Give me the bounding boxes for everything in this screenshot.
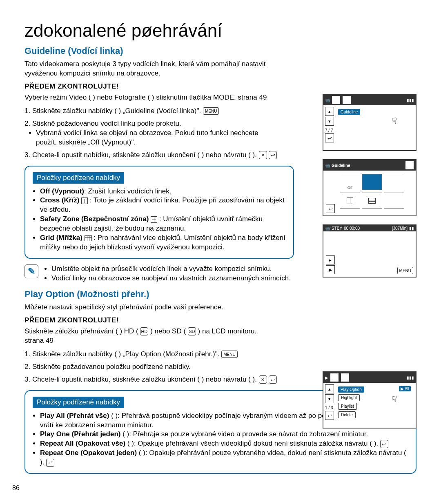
playoption-step-1: 1. Stiskněte záložku nabídky ( ) „Play O… <box>24 350 278 359</box>
option-cross[interactable] <box>362 174 382 190</box>
lcd4-item-playlist[interactable]: Playlist <box>338 403 357 410</box>
play-button[interactable]: ▸ <box>326 255 335 264</box>
playoption-step-3: 3. Chcete-li opustit nabídku, stiskněte … <box>24 375 278 384</box>
guideline-callout: Položky podřízené nabídky Off (Vypnout):… <box>24 166 294 259</box>
playback-button[interactable]: ▶ <box>326 265 335 274</box>
callout-item-grid: Grid (Mřížka) : Pro nahrávání více objek… <box>40 233 286 252</box>
lcd3-status: STBY <box>332 226 342 231</box>
close-icon: ✕ <box>259 375 267 384</box>
battery-icon: ▮▮ <box>409 226 414 231</box>
lcd4-item-highlight[interactable]: Highlight <box>338 394 360 401</box>
precheck-text-2: Stiskněte záložku přehrávání ( ) HD ( HD… <box>24 327 278 346</box>
video-mode-icon: 📹 <box>325 163 330 168</box>
video-mode-icon: 📹 <box>325 98 330 102</box>
safety-zone-icon <box>151 216 157 223</box>
option-extra-2[interactable] <box>384 193 404 209</box>
precheck-text-1: Vyberte režim Video ( ) nebo Fotografie … <box>24 93 278 102</box>
callout-item-safety: Safety Zone (Bezpečnostní zóna) : Umístě… <box>40 215 286 233</box>
guideline-step-1: 1. Stiskněte záložku nabídky ( ) „Guidel… <box>24 107 278 116</box>
menu-button[interactable]: MENU <box>397 267 413 274</box>
grid-thumb-icon <box>368 198 376 204</box>
up-button[interactable]: ▴ <box>325 384 334 393</box>
guideline-step-2: 2. Stiskně požadovanou vodící linku podl… <box>24 119 278 147</box>
lcd1-title[interactable]: Guideline <box>338 109 360 115</box>
video-mode-icon: 📹 <box>325 226 330 231</box>
guideline-sub-1: Vybraná vodicí linka se objeví na obrazo… <box>36 129 278 147</box>
guideline-callout-title: Položky podřízené nabídky <box>33 172 124 184</box>
close-icon: ✕ <box>259 151 267 159</box>
lcd1-count: 7 / 7 <box>325 128 334 133</box>
precheck-label-2: PŘEDEM ZKONTROLUJTE! <box>24 316 416 324</box>
down-button[interactable]: ▾ <box>325 117 334 126</box>
playoption-callout-title: Položky podřízené nabídky <box>33 397 124 408</box>
hand-pointer-icon: ☟ <box>392 394 397 404</box>
option-grid[interactable] <box>340 193 360 209</box>
tip-2: Vodící linky na obrazovce se naobjeví na… <box>51 274 291 283</box>
guideline-intro: Tato videokamera poskytuje 3 typy vodící… <box>24 60 278 78</box>
return-button[interactable]: ⮐ <box>325 411 334 420</box>
menu-tab-icon: ≡ <box>332 95 341 104</box>
tip-1: Umístěte objekt na průsečík vodících lin… <box>51 264 291 274</box>
lcd3-remain: [307Min] <box>392 226 408 231</box>
return-icon: ⮐ <box>269 151 277 159</box>
menu-icon: MENU <box>203 107 219 115</box>
return-icon: ⮐ <box>46 459 54 467</box>
hand-pointer-icon: ☟ <box>392 116 397 126</box>
battery-icon: ▮▮▮ <box>407 98 414 102</box>
return-icon: ⮐ <box>269 375 277 384</box>
note-icon: ✎ <box>24 264 38 278</box>
playoption-heading: Play Option (Možnosti přehr.) <box>24 289 416 300</box>
callout-item-repeatone: Repeat One (Opakovat jeden) ( ): Opakuje… <box>40 448 408 467</box>
hd-icon: HD <box>140 327 148 335</box>
lcd-screen-1: 📹 ≡ ⚙ ▮▮▮ ▴ ▾ 7 / 7 ⮐ Guideline ☟ <box>323 94 416 151</box>
up-button[interactable]: ▴ <box>325 107 334 116</box>
close-button[interactable]: ✕ <box>405 161 414 170</box>
guideline-step-3: 3. Chcete-li opustit nabídku, stiskněte … <box>24 151 278 160</box>
down-button[interactable]: ▾ <box>325 394 334 403</box>
lcd-screen-3: 📹 STBY 00:00:00 [307Min] ▮▮ ▸ ▶ MENU <box>323 224 416 278</box>
playback-mode-icon: ▶ <box>325 375 328 380</box>
settings-tab-icon: ⚙ <box>342 95 351 104</box>
option-extra-1[interactable] <box>362 193 382 209</box>
lcd-screen-4: ▶ ≡ ⚙ ▮▮▮ ▴ ▾ 1 / 3 ⮐ Play Option ▶ All … <box>323 371 416 429</box>
settings-tab-icon: ⚙ <box>341 373 350 382</box>
callout-item-repeatall: Repeat All (Opakovat vše) ( ): Opakuje p… <box>40 439 408 448</box>
return-icon: ⮐ <box>380 440 388 448</box>
callout-item-playone: Play One (Přehrát jeden) ( ): Přehraje s… <box>40 430 408 439</box>
battery-icon: ▮▮▮ <box>407 375 414 380</box>
return-button[interactable]: ⮐ <box>326 204 335 213</box>
option-safety[interactable] <box>384 174 404 190</box>
option-off[interactable]: Off <box>340 174 360 190</box>
playoption-intro: Můžete nastavit specifický styl přehrává… <box>24 303 278 312</box>
return-button[interactable]: ⮐ <box>325 133 334 142</box>
menu-icon: MENU <box>221 351 237 358</box>
menu-tab-icon: ≡ <box>330 373 339 382</box>
grid-icon <box>85 235 92 241</box>
lcd4-selected: ▶ All <box>399 386 411 391</box>
playoption-step-2: 2. Stiskněte požadovanou položku podříze… <box>24 362 278 372</box>
lcd3-time: 00:00:00 <box>344 226 360 231</box>
precheck-label-1: PŘEDEM ZKONTROLUJTE! <box>24 82 416 91</box>
lcd4-count: 1 / 3 <box>325 406 334 410</box>
callout-item-cross: Cross (Kříž) : Toto je základní vodící l… <box>40 196 286 215</box>
lcd-screen-2: 📹 Guideline ✕ Off ⮐ <box>323 159 416 216</box>
lcd4-item-delete[interactable]: Delete <box>338 411 356 418</box>
guideline-heading: Guideline (Vodící linka) <box>24 46 416 56</box>
cross-icon <box>81 198 88 204</box>
lcd4-title[interactable]: Play Option <box>338 386 364 393</box>
lcd2-title: Guideline <box>332 163 350 168</box>
plus-icon <box>347 198 353 204</box>
page-title: zdokonalené pøehrávání <box>24 20 416 41</box>
sd-icon: SD <box>188 327 196 335</box>
callout-item-off: Off (Vypnout): Zrušit funkci vodících li… <box>40 187 286 196</box>
page-number: 86 <box>12 484 20 492</box>
